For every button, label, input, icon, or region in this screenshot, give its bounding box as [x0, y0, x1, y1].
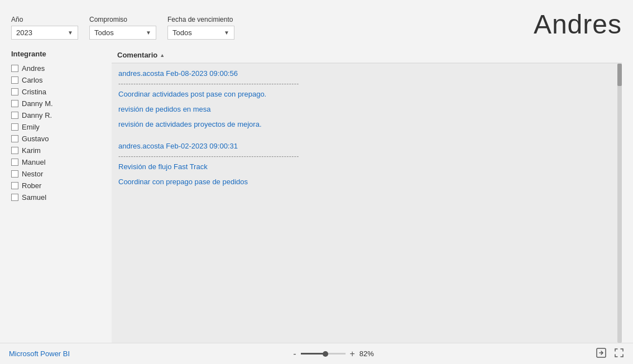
sidebar-item-andres[interactable]: Andres: [11, 63, 106, 74]
sidebar-item-nestor[interactable]: Nestor: [11, 168, 106, 180]
sidebar-item-cristina[interactable]: Cristina: [11, 86, 106, 98]
zoom-value: 82%: [359, 349, 374, 358]
member-name: Samuel: [22, 193, 46, 202]
year-value: 2023: [16, 28, 32, 37]
comment-line: Coordinar actividades post pase con prep…: [118, 90, 615, 98]
fullscreen-icon[interactable]: [614, 348, 624, 360]
comments-table: Comentario ▲ andres.acosta Feb-08-2023 0…: [112, 47, 622, 343]
member-name: Karim: [22, 146, 41, 155]
sidebar-item-karim[interactable]: Karim: [11, 145, 106, 156]
member-name: Cristina: [22, 88, 46, 96]
year-filter-group: Año 2023 ▼: [11, 16, 78, 40]
duedate-select[interactable]: Todos ▼: [167, 26, 234, 40]
duedate-value: Todos: [172, 28, 192, 37]
sidebar-item-carlos[interactable]: Carlos: [11, 74, 106, 86]
sidebar-item-gustavo[interactable]: Gustavo: [11, 133, 106, 145]
commitment-select[interactable]: Todos ▼: [89, 26, 156, 40]
sidebar-heading: Integrante: [11, 50, 106, 58]
zoom-controls: - + 82%: [292, 349, 374, 359]
sidebar-item-samuel[interactable]: Samuel: [11, 191, 106, 203]
comment-author: andres.acosta Feb-02-2023 09:00:31: [118, 142, 615, 150]
sidebar-item-danny-r-[interactable]: Danny R.: [11, 109, 106, 121]
scrollbar[interactable]: [617, 64, 622, 343]
commitment-filter-group: Compromiso Todos ▼: [89, 16, 156, 40]
zoom-slider-thumb[interactable]: [323, 351, 328, 357]
sidebar-item-manuel[interactable]: Manuel: [11, 156, 106, 168]
comment-author: andres.acosta Feb-08-2023 09:00:56: [118, 69, 615, 78]
duedate-label: Fecha de vencimiento: [167, 16, 234, 23]
sidebar-item-danny-m-[interactable]: Danny M.: [11, 98, 106, 109]
member-name: Carlos: [22, 76, 43, 84]
year-select[interactable]: 2023 ▼: [11, 26, 78, 40]
sidebar-item-rober[interactable]: Rober: [11, 180, 106, 191]
commitment-value: Todos: [94, 28, 114, 37]
bottom-right-icons: [596, 348, 624, 360]
member-name: Danny R.: [22, 111, 52, 119]
member-checkbox[interactable]: [11, 76, 18, 84]
member-name: Danny M.: [22, 99, 53, 108]
share-icon[interactable]: [596, 348, 606, 360]
year-label: Año: [11, 16, 78, 23]
column-header-comentario: Comentario ▲: [117, 51, 165, 59]
member-checkbox[interactable]: [11, 135, 18, 142]
comment-block: andres.acosta Feb-02-2023 09:00:31------…: [112, 136, 622, 194]
zoom-slider-fill: [301, 353, 325, 355]
comment-line: Revisión de flujo Fast Track: [118, 162, 615, 171]
member-checkbox[interactable]: [11, 170, 18, 178]
member-name: Rober: [22, 181, 41, 190]
comments-body: andres.acosta Feb-08-2023 09:00:56------…: [112, 64, 622, 343]
duedate-chevron-icon: ▼: [224, 30, 229, 36]
member-name: Emily: [22, 123, 40, 131]
report-title: Andres: [534, 9, 622, 39]
sidebar: Integrante Andres Carlos Cristina Danny …: [11, 47, 106, 343]
zoom-plus-button[interactable]: +: [349, 349, 356, 359]
commitment-chevron-icon: ▼: [146, 30, 151, 36]
member-name: Nestor: [22, 170, 43, 178]
bottom-bar: Microsoft Power BI - + 82%: [0, 343, 633, 364]
comment-line: Coordinar con prepago pase de pedidos: [118, 178, 615, 186]
comment-line: revisión de pedidos en mesa: [118, 105, 615, 113]
member-checkbox[interactable]: [11, 88, 18, 95]
member-checkbox[interactable]: [11, 182, 18, 189]
member-name: Andres: [22, 64, 45, 73]
member-name: Gustavo: [22, 135, 49, 143]
sort-icon: ▲: [160, 52, 165, 58]
sidebar-item-emily[interactable]: Emily: [11, 121, 106, 133]
member-name: Manuel: [22, 158, 46, 166]
member-checkbox[interactable]: [11, 194, 18, 201]
zoom-slider[interactable]: [301, 353, 346, 355]
member-checkbox[interactable]: [11, 100, 18, 107]
commitment-label: Compromiso: [89, 16, 156, 23]
member-checkbox[interactable]: [11, 65, 18, 72]
powerbi-link[interactable]: Microsoft Power BI: [9, 349, 70, 358]
member-checkbox[interactable]: [11, 112, 18, 119]
duedate-filter-group: Fecha de vencimiento Todos ▼: [167, 16, 234, 40]
comment-line: revisión de actividades proyectos de mej…: [118, 120, 615, 128]
zoom-minus-button[interactable]: -: [292, 349, 297, 359]
member-checkbox[interactable]: [11, 123, 18, 131]
scrollbar-thumb[interactable]: [617, 64, 622, 86]
table-header: Comentario ▲: [112, 47, 622, 64]
year-chevron-icon: ▼: [68, 30, 73, 36]
comment-block: andres.acosta Feb-08-2023 09:00:56------…: [112, 64, 622, 136]
comment-divider: ----------------------------------------…: [118, 152, 615, 160]
member-checkbox[interactable]: [11, 147, 18, 154]
member-checkbox[interactable]: [11, 159, 18, 166]
comment-divider: ----------------------------------------…: [118, 80, 615, 88]
